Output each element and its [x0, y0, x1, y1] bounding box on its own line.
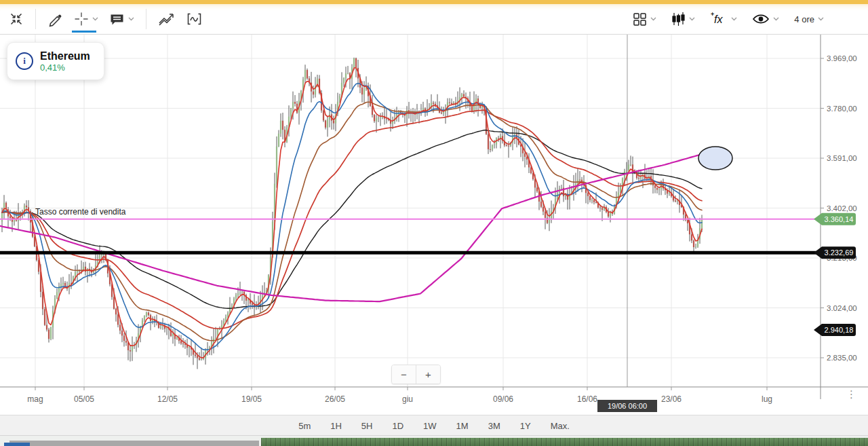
range-button-1M[interactable]: 1M: [456, 420, 469, 432]
chevron-down-icon: [92, 17, 98, 21]
symbol-change-percent: 0,41%: [40, 62, 90, 73]
svg-text:23/06: 23/06: [661, 394, 682, 404]
symbol-card[interactable]: i Ethereum 0,41%: [7, 42, 104, 80]
svg-text:3.402,00: 3.402,00: [827, 204, 857, 212]
toolbar-left-group: [7, 4, 205, 34]
price-badge: 3.232,69: [814, 246, 856, 259]
visibility-button[interactable]: [750, 10, 781, 29]
range-button-1W[interactable]: 1W: [422, 420, 437, 432]
range-button-1H[interactable]: 1H: [330, 420, 342, 432]
toolbar-separator: [146, 9, 146, 29]
chevron-down-icon: [650, 17, 656, 21]
svg-text:3.024,00: 3.024,00: [827, 304, 857, 312]
scrollbar-track[interactable]: [9, 441, 259, 446]
svg-text:26/05: 26/05: [325, 394, 345, 404]
svg-text:3.591,00: 3.591,00: [827, 154, 857, 162]
svg-text:16/06: 16/06: [577, 394, 597, 404]
chart-type-button[interactable]: [669, 9, 697, 29]
comment-tool-button[interactable]: [107, 9, 136, 29]
svg-text:2.940,18: 2.940,18: [825, 326, 854, 334]
svg-text:fx: fx: [714, 14, 723, 25]
interval-selector[interactable]: 4 ore: [792, 12, 826, 27]
draw-pencil-icon: [47, 12, 63, 27]
range-button-1Y[interactable]: 1Y: [519, 420, 532, 432]
trading-app-window: { "app": {"top_strip_color": "#f2c14e", …: [0, 0, 868, 446]
toolbar-right-group: + fx 4 ore: [631, 4, 826, 34]
price-badge: 2.940,18: [814, 324, 856, 336]
crosshair-time-tooltip: 19/06 06:00: [597, 400, 657, 412]
chart-toolbar: + fx 4 ore: [0, 4, 868, 35]
fx-indicators-icon: + fx: [710, 11, 728, 27]
range-button-3M[interactable]: 3M: [488, 420, 501, 432]
price-badge: 3.360,14: [814, 213, 856, 225]
svg-text:giu: giu: [402, 394, 413, 404]
svg-text:lug: lug: [762, 394, 772, 404]
chevron-down-icon: [128, 17, 134, 21]
time-axis[interactable]: mag05/0512/0519/0526/05giu09/0616/0623/0…: [27, 387, 772, 404]
ma-magenta-200: [0, 155, 700, 301]
indicator-bracket-icon: [186, 12, 203, 26]
crosshair-icon: [74, 12, 89, 26]
layout-grid-icon: [633, 12, 647, 26]
info-icon[interactable]: i: [16, 52, 33, 70]
zoom-controls: − +: [391, 365, 441, 384]
comment-icon: [109, 12, 125, 26]
toolbar-separator: [35, 9, 36, 29]
eye-icon: [752, 12, 770, 26]
svg-text:05/05: 05/05: [74, 394, 94, 404]
svg-text:19/06 06:00: 19/06 06:00: [608, 402, 647, 410]
range-toolbar: 5m1H5H1D1W1M3M1YMax.: [0, 415, 868, 436]
scrollbar-thumb[interactable]: [4, 443, 30, 446]
range-button-5H[interactable]: 5H: [361, 420, 374, 432]
svg-text:3.969,00: 3.969,00: [827, 54, 857, 62]
candlestick-type-icon: [671, 12, 686, 26]
range-button-5m[interactable]: 5m: [298, 420, 311, 432]
collapse-button[interactable]: [7, 9, 26, 29]
zoom-in-button[interactable]: +: [416, 365, 440, 384]
indicators-button[interactable]: + fx: [708, 8, 739, 30]
range-button-1D[interactable]: 1D: [391, 420, 404, 432]
trend-lines-icon: [158, 12, 175, 26]
ma-blue: [2, 83, 702, 350]
draw-button[interactable]: [45, 9, 65, 30]
sell-rate-label: Tasso corrente di vendita: [35, 207, 125, 217]
svg-text:19/05: 19/05: [241, 394, 262, 404]
svg-text:2.835,00: 2.835,00: [827, 354, 857, 362]
chevron-down-icon: [818, 17, 824, 21]
svg-text:09/06: 09/06: [493, 394, 513, 404]
zoom-out-button[interactable]: −: [392, 365, 416, 384]
bottom-panel-sliver: [0, 435, 868, 446]
indicator-bracket-button[interactable]: [184, 9, 205, 29]
collapse-icon: [9, 12, 24, 26]
crosshair-tool-button[interactable]: [72, 9, 100, 29]
svg-text:3.780,00: 3.780,00: [827, 105, 857, 113]
price-axis[interactable]: 3.969,003.780,003.591,003.402,003.213,00…: [821, 54, 857, 362]
trend-lines-button[interactable]: [156, 9, 177, 29]
svg-text:3.360,14: 3.360,14: [825, 215, 854, 223]
top-accent-strip: [0, 0, 868, 4]
preview-strip: [261, 438, 868, 446]
layout-button[interactable]: [631, 10, 658, 29]
axis-menu-icon[interactable]: ⋮: [846, 392, 856, 396]
symbol-name: Ethereum: [40, 50, 90, 62]
chevron-down-icon: [773, 17, 779, 21]
svg-text:mag: mag: [27, 394, 43, 404]
chevron-down-icon: [689, 17, 695, 21]
svg-text:12/05: 12/05: [157, 394, 178, 404]
interval-label: 4 ore: [794, 14, 814, 24]
svg-text:3.232,69: 3.232,69: [825, 248, 854, 257]
range-button-Max[interactable]: Max.: [550, 420, 570, 432]
chevron-down-icon: [731, 17, 737, 21]
active-tool-underline: [72, 31, 96, 33]
ma-brown: [2, 102, 702, 341]
ellipse-annotation[interactable]: [698, 147, 732, 170]
